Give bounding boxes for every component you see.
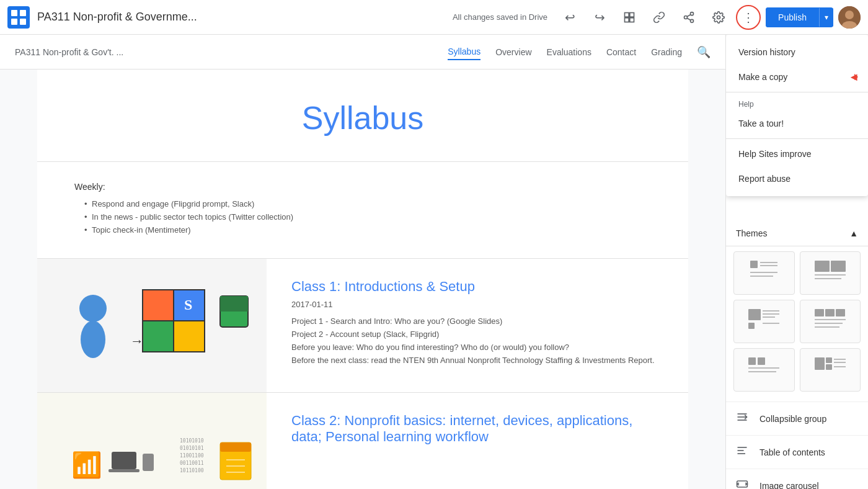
content-items-section: Collapsible group Table of contents	[726, 397, 868, 489]
site-search-icon[interactable]: 🔍	[697, 45, 711, 59]
page-heading: Syllabus	[74, 99, 651, 137]
svg-rect-23	[143, 321, 174, 352]
dropdown-help-sites[interactable]: Help Sites improve	[726, 141, 868, 166]
svg-rect-0	[7, 6, 30, 29]
redo-button[interactable]: ↪	[587, 5, 612, 30]
svg-point-19	[79, 295, 107, 322]
svg-rect-50	[831, 261, 846, 272]
svg-rect-6	[630, 12, 634, 17]
image-carousel-item[interactable]: Image carousel	[726, 469, 868, 489]
site-nav-title: PA311 Non-profit & Gov't. ...	[15, 47, 123, 57]
site-navigation: PA311 Non-profit & Gov't. ... Syllabus O…	[0, 35, 725, 70]
svg-text:S: S	[184, 297, 192, 313]
dropdown-make-copy[interactable]: Make a copy ◄	[726, 65, 868, 89]
svg-text:📶: 📶	[71, 450, 102, 480]
app-logo	[7, 6, 30, 29]
svg-rect-40	[220, 442, 251, 452]
weekly-label: Weekly:	[74, 182, 651, 192]
report-abuse-label: Report abuse	[738, 174, 790, 184]
class-1-item-1: Project 2 - Account setup (Slack, Flipgr…	[291, 330, 663, 339]
nav-link-grading[interactable]: Grading	[651, 45, 682, 60]
svg-text:10101010: 10101010	[180, 438, 204, 444]
weekly-section: Weekly: Respond and engage (Flipgrid pro…	[37, 162, 688, 259]
layout-option-4[interactable]	[800, 300, 861, 343]
nav-link-evaluations[interactable]: Evaluations	[547, 45, 591, 60]
svg-rect-65	[748, 357, 756, 365]
class-2-title[interactable]: Class 2: Nonprofit basics: internet, dev…	[291, 413, 663, 445]
class-details-1: Class 1: Introductions & Setup 2017-01-1…	[267, 259, 688, 392]
table-of-contents-item[interactable]: Table of contents	[726, 435, 868, 469]
dropdown-take-tour[interactable]: Take a tour!	[726, 111, 868, 136]
layout-option-1[interactable]	[733, 251, 795, 295]
more-options-button[interactable]: ⋮	[736, 5, 761, 30]
svg-rect-53	[748, 309, 761, 320]
image-carousel-label: Image carousel	[760, 481, 819, 490]
svg-point-9	[691, 12, 694, 15]
layout-option-2[interactable]	[800, 251, 861, 295]
collapse-icon[interactable]: ▲	[849, 228, 858, 238]
share-button[interactable]	[676, 5, 701, 30]
svg-rect-54	[748, 323, 755, 329]
svg-rect-24	[174, 321, 205, 352]
nav-link-contact[interactable]: Contact	[606, 45, 636, 60]
collapsible-group-item[interactable]: Collapsible group	[726, 402, 868, 435]
make-copy-label: Make a copy	[738, 72, 787, 82]
help-group-label: Help	[726, 95, 868, 111]
svg-line-13	[687, 14, 691, 16]
main-layout: PA311 Non-profit & Gov't. ... Syllabus O…	[0, 35, 868, 489]
layout-option-6[interactable]	[800, 348, 861, 392]
link-button[interactable]	[647, 5, 671, 30]
svg-rect-1	[11, 10, 17, 16]
image-carousel-icon	[736, 478, 751, 489]
user-avatar[interactable]	[838, 6, 861, 29]
svg-point-11	[691, 19, 694, 22]
class-1-item-3: Before the next class: read the NTEN 9th…	[291, 356, 663, 365]
class-1-title[interactable]: Class 1: Introductions & Setup	[291, 279, 663, 295]
class-section-1: S → Class 1: Introductions & Setup 2017-…	[37, 259, 688, 393]
collapsible-group-label: Collapsible group	[760, 414, 826, 424]
page-content: Syllabus Weekly: Respond and engage (Fli…	[37, 70, 688, 489]
svg-rect-8	[630, 17, 634, 22]
list-item: Respond and engage (Flipgrid prompt, Sla…	[84, 199, 651, 209]
svg-rect-4	[20, 19, 26, 25]
weekly-list: Respond and engage (Flipgrid prompt, Sla…	[74, 199, 651, 235]
undo-button[interactable]: ↩	[557, 5, 582, 30]
dropdown-divider-1	[726, 92, 868, 92]
svg-rect-21	[143, 290, 174, 321]
class-image-2: 📶 10101010 01010101 11001100 00110011 10…	[37, 393, 267, 489]
class-1-item-0: Project 1 - Search and Intro: Who are yo…	[291, 316, 663, 326]
table-of-contents-label: Table of contents	[760, 447, 825, 457]
right-sidebar: Version history Make a copy ◄ Help Take …	[725, 35, 868, 489]
settings-button[interactable]	[706, 5, 731, 30]
svg-rect-2	[20, 10, 26, 16]
svg-rect-70	[826, 357, 832, 363]
publish-dropdown-button[interactable]: ▾	[819, 8, 833, 27]
page-title: PA311 Non-profit & Governme...	[37, 11, 453, 24]
red-arrow-icon: ◄	[848, 71, 859, 84]
nav-link-syllabus[interactable]: Syllabus	[448, 44, 480, 60]
svg-point-20	[81, 321, 105, 358]
class-1-date: 2017-01-11	[291, 300, 663, 309]
svg-rect-59	[815, 309, 824, 316]
svg-rect-69	[815, 357, 825, 370]
publish-button[interactable]: Publish	[766, 7, 819, 27]
view-button[interactable]	[617, 5, 642, 30]
layout-option-3[interactable]	[733, 300, 795, 343]
class-section-2: 📶 10101010 01010101 11001100 00110011 10…	[37, 393, 688, 489]
toolbar-actions: ↩ ↪ ⋮	[557, 5, 861, 30]
dropdown-version-history[interactable]: Version history	[726, 40, 868, 65]
svg-point-10	[684, 16, 688, 19]
svg-point-14	[717, 16, 720, 19]
layout-option-5[interactable]	[733, 348, 795, 392]
class-details-2: Class 2: Nonprofit basics: internet, dev…	[267, 393, 688, 489]
svg-rect-7	[625, 17, 629, 22]
class-image-1: S →	[37, 259, 267, 392]
svg-rect-5	[625, 12, 629, 17]
version-history-label: Version history	[738, 47, 795, 57]
dropdown-divider-2	[726, 138, 868, 139]
nav-link-overview[interactable]: Overview	[495, 45, 531, 60]
svg-rect-33	[143, 454, 154, 471]
dropdown-report-abuse[interactable]: Report abuse	[726, 166, 868, 191]
svg-line-12	[687, 18, 691, 20]
layout-grid	[726, 246, 868, 397]
